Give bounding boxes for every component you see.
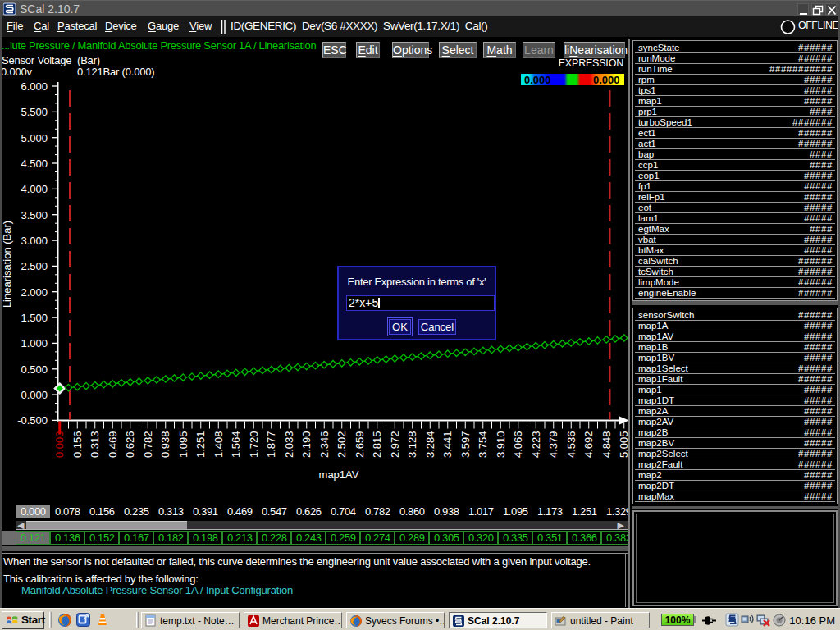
svg-text:1.500: 1.500 (21, 312, 48, 324)
svg-text:3.128: 3.128 (406, 431, 418, 458)
svg-text:0.000: 0.000 (53, 431, 66, 458)
svg-text:3.500: 3.500 (21, 209, 48, 221)
svg-text:0.156: 0.156 (71, 431, 84, 458)
svg-text:4.000: 4.000 (21, 183, 48, 195)
svg-text:0.000: 0.000 (21, 389, 48, 401)
svg-text:4.379: 4.379 (547, 431, 559, 458)
svg-text:2.033: 2.033 (283, 431, 295, 458)
svg-text:2.500: 2.500 (21, 260, 48, 272)
svg-text:1.408: 1.408 (212, 431, 225, 458)
svg-text:4.536: 4.536 (565, 431, 578, 458)
svg-text:0.782: 0.782 (142, 431, 154, 458)
svg-text:0.313: 0.313 (89, 431, 101, 458)
svg-text:4.692: 4.692 (582, 431, 595, 458)
svg-text:4.066: 4.066 (512, 431, 524, 458)
svg-text:Linearisation (Bar): Linearisation (Bar) (1, 221, 13, 308)
svg-text:2.972: 2.972 (389, 431, 401, 458)
svg-text:3.597: 3.597 (459, 431, 472, 458)
svg-text:2.659: 2.659 (354, 431, 366, 458)
svg-text:2.000: 2.000 (21, 286, 48, 299)
svg-text:1.877: 1.877 (265, 431, 277, 458)
svg-text:0.938: 0.938 (159, 431, 171, 458)
svg-text:1.720: 1.720 (248, 431, 260, 458)
svg-text:4.500: 4.500 (21, 158, 48, 170)
svg-text:1.000: 1.000 (21, 337, 48, 349)
svg-text:-0.500: -0.500 (17, 414, 48, 427)
svg-text:3.754: 3.754 (477, 431, 489, 458)
svg-text:0.500: 0.500 (21, 363, 48, 376)
svg-text:5.500: 5.500 (21, 106, 48, 118)
svg-text:3.441: 3.441 (441, 431, 454, 458)
svg-text:2.190: 2.190 (300, 431, 313, 458)
svg-text:1.564: 1.564 (230, 431, 242, 458)
svg-text:0.626: 0.626 (124, 431, 136, 458)
svg-text:4.848: 4.848 (600, 431, 613, 458)
svg-text:2.502: 2.502 (336, 431, 348, 458)
svg-text:1.095: 1.095 (177, 431, 189, 458)
svg-text:5.000: 5.000 (21, 132, 48, 144)
svg-text:4.223: 4.223 (530, 431, 542, 458)
svg-text:3.284: 3.284 (424, 431, 436, 458)
svg-text:1.251: 1.251 (194, 431, 207, 458)
svg-text:3.910: 3.910 (495, 431, 507, 458)
svg-text:2.346: 2.346 (318, 431, 331, 458)
svg-text:0.469: 0.469 (107, 431, 119, 458)
svg-text:3.000: 3.000 (21, 235, 48, 247)
svg-text:map1AV: map1AV (319, 468, 359, 481)
svg-text:6.000: 6.000 (21, 80, 48, 93)
svg-text:2.815: 2.815 (371, 431, 383, 458)
